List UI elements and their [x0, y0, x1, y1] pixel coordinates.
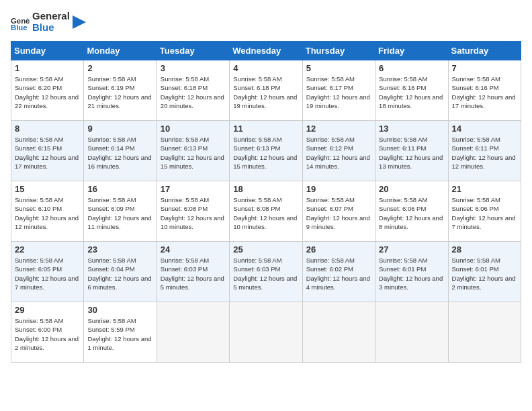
day-info: Sunrise: 5:58 AMSunset: 6:12 PMDaylight:… [306, 135, 371, 171]
calendar-header-row: Sunday Monday Tuesday Wednesday Thursday… [11, 42, 521, 60]
calendar-cell: 30 Sunrise: 5:58 AMSunset: 5:59 PMDaylig… [84, 302, 157, 363]
calendar-cell [230, 302, 302, 363]
day-number: 18 [233, 184, 298, 194]
day-info: Sunrise: 5:58 AMSunset: 6:16 PMDaylight:… [452, 75, 517, 110]
calendar-cell: 10 Sunrise: 5:58 AMSunset: 6:13 PMDaylig… [157, 121, 229, 181]
logo-icon: General Blue [11, 13, 30, 32]
day-number: 4 [233, 63, 298, 73]
day-info: Sunrise: 5:58 AMSunset: 5:59 PMDaylight:… [87, 316, 152, 352]
day-number: 16 [87, 184, 152, 194]
col-wednesday: Wednesday [230, 42, 302, 60]
calendar-cell [157, 302, 229, 363]
day-info: Sunrise: 5:58 AMSunset: 6:10 PMDaylight:… [15, 195, 80, 231]
calendar-cell: 13 Sunrise: 5:58 AMSunset: 6:11 PMDaylig… [375, 121, 448, 181]
day-number: 30 [87, 305, 152, 315]
day-number: 24 [161, 244, 226, 255]
calendar-cell: 4 Sunrise: 5:58 AMSunset: 6:18 PMDayligh… [230, 60, 302, 121]
calendar-cell: 7 Sunrise: 5:58 AMSunset: 6:16 PMDayligh… [448, 60, 521, 121]
logo-arrow-icon [73, 15, 86, 29]
day-info: Sunrise: 5:58 AMSunset: 6:16 PMDaylight:… [379, 75, 444, 110]
day-number: 6 [379, 63, 444, 73]
svg-text:Blue: Blue [11, 24, 28, 32]
calendar-cell [302, 302, 375, 363]
logo: General Blue General Blue [11, 11, 86, 33]
day-number: 19 [306, 184, 371, 194]
calendar-cell [448, 302, 521, 363]
calendar-cell: 22 Sunrise: 5:58 AMSunset: 6:05 PMDaylig… [11, 242, 84, 302]
day-number: 17 [161, 184, 226, 194]
day-number: 21 [452, 184, 517, 194]
day-info: Sunrise: 5:58 AMSunset: 6:04 PMDaylight:… [87, 256, 152, 291]
day-number: 15 [15, 184, 80, 194]
calendar-cell: 26 Sunrise: 5:58 AMSunset: 6:02 PMDaylig… [302, 242, 375, 302]
day-number: 23 [87, 244, 152, 255]
day-number: 11 [233, 124, 298, 134]
day-number: 29 [15, 305, 80, 315]
calendar-cell: 14 Sunrise: 5:58 AMSunset: 6:11 PMDaylig… [448, 121, 521, 181]
day-info: Sunrise: 5:58 AMSunset: 6:08 PMDaylight:… [161, 195, 226, 231]
day-info: Sunrise: 5:58 AMSunset: 6:00 PMDaylight:… [15, 316, 80, 352]
day-number: 14 [452, 124, 517, 134]
day-number: 3 [161, 63, 226, 73]
day-number: 25 [233, 244, 298, 255]
day-info: Sunrise: 5:58 AMSunset: 6:06 PMDaylight:… [452, 195, 517, 231]
day-info: Sunrise: 5:58 AMSunset: 6:01 PMDaylight:… [452, 256, 517, 291]
calendar-cell: 23 Sunrise: 5:58 AMSunset: 6:04 PMDaylig… [84, 242, 157, 302]
page-header: General Blue General Blue [11, 11, 521, 33]
day-info: Sunrise: 5:58 AMSunset: 6:13 PMDaylight:… [161, 135, 226, 171]
calendar-table: Sunday Monday Tuesday Wednesday Thursday… [11, 41, 521, 363]
day-number: 2 [87, 63, 152, 73]
day-number: 27 [379, 244, 444, 255]
calendar-cell: 12 Sunrise: 5:58 AMSunset: 6:12 PMDaylig… [302, 121, 375, 181]
calendar-cell: 15 Sunrise: 5:58 AMSunset: 6:10 PMDaylig… [11, 181, 84, 242]
day-info: Sunrise: 5:58 AMSunset: 6:01 PMDaylight:… [379, 256, 444, 291]
day-info: Sunrise: 5:58 AMSunset: 6:14 PMDaylight:… [87, 135, 152, 171]
day-info: Sunrise: 5:58 AMSunset: 6:15 PMDaylight:… [15, 135, 80, 171]
day-info: Sunrise: 5:58 AMSunset: 6:09 PMDaylight:… [87, 195, 152, 231]
calendar-cell: 16 Sunrise: 5:58 AMSunset: 6:09 PMDaylig… [84, 181, 157, 242]
day-number: 9 [87, 124, 152, 134]
day-info: Sunrise: 5:58 AMSunset: 6:19 PMDaylight:… [87, 75, 152, 110]
calendar-cell: 24 Sunrise: 5:58 AMSunset: 6:03 PMDaylig… [157, 242, 229, 302]
col-friday: Friday [375, 42, 448, 60]
day-number: 20 [379, 184, 444, 194]
day-number: 8 [15, 124, 80, 134]
col-monday: Monday [84, 42, 157, 60]
day-number: 26 [306, 244, 371, 255]
day-info: Sunrise: 5:58 AMSunset: 6:06 PMDaylight:… [379, 195, 444, 231]
day-info: Sunrise: 5:58 AMSunset: 6:18 PMDaylight:… [161, 75, 226, 110]
day-number: 12 [306, 124, 371, 134]
calendar-cell: 27 Sunrise: 5:58 AMSunset: 6:01 PMDaylig… [375, 242, 448, 302]
calendar-cell: 20 Sunrise: 5:58 AMSunset: 6:06 PMDaylig… [375, 181, 448, 242]
day-info: Sunrise: 5:58 AMSunset: 6:11 PMDaylight:… [379, 135, 444, 171]
col-thursday: Thursday [302, 42, 375, 60]
svg-marker-3 [73, 15, 86, 29]
day-info: Sunrise: 5:58 AMSunset: 6:05 PMDaylight:… [15, 256, 80, 291]
day-number: 5 [306, 63, 371, 73]
calendar-cell: 6 Sunrise: 5:58 AMSunset: 6:16 PMDayligh… [375, 60, 448, 121]
calendar-cell: 1 Sunrise: 5:58 AMSunset: 6:20 PMDayligh… [11, 60, 84, 121]
day-info: Sunrise: 5:58 AMSunset: 6:02 PMDaylight:… [306, 256, 371, 291]
col-sunday: Sunday [11, 42, 84, 60]
calendar-cell: 19 Sunrise: 5:58 AMSunset: 6:07 PMDaylig… [302, 181, 375, 242]
day-info: Sunrise: 5:58 AMSunset: 6:17 PMDaylight:… [306, 75, 371, 110]
calendar-cell: 5 Sunrise: 5:58 AMSunset: 6:17 PMDayligh… [302, 60, 375, 121]
day-info: Sunrise: 5:58 AMSunset: 6:18 PMDaylight:… [233, 75, 298, 110]
calendar-cell [375, 302, 448, 363]
day-number: 13 [379, 124, 444, 134]
calendar-cell: 18 Sunrise: 5:58 AMSunset: 6:08 PMDaylig… [230, 181, 302, 242]
calendar-cell: 3 Sunrise: 5:58 AMSunset: 6:18 PMDayligh… [157, 60, 229, 121]
day-info: Sunrise: 5:58 AMSunset: 6:03 PMDaylight:… [161, 256, 226, 291]
calendar-cell: 21 Sunrise: 5:58 AMSunset: 6:06 PMDaylig… [448, 181, 521, 242]
col-saturday: Saturday [448, 42, 521, 60]
calendar-cell: 17 Sunrise: 5:58 AMSunset: 6:08 PMDaylig… [157, 181, 229, 242]
day-number: 1 [15, 63, 80, 73]
day-number: 22 [15, 244, 80, 255]
day-info: Sunrise: 5:58 AMSunset: 6:07 PMDaylight:… [306, 195, 371, 231]
day-number: 28 [452, 244, 517, 255]
calendar-cell: 28 Sunrise: 5:58 AMSunset: 6:01 PMDaylig… [448, 242, 521, 302]
day-info: Sunrise: 5:58 AMSunset: 6:13 PMDaylight:… [233, 135, 298, 171]
calendar-cell: 9 Sunrise: 5:58 AMSunset: 6:14 PMDayligh… [84, 121, 157, 181]
day-info: Sunrise: 5:58 AMSunset: 6:11 PMDaylight:… [452, 135, 517, 171]
calendar-cell: 2 Sunrise: 5:58 AMSunset: 6:19 PMDayligh… [84, 60, 157, 121]
